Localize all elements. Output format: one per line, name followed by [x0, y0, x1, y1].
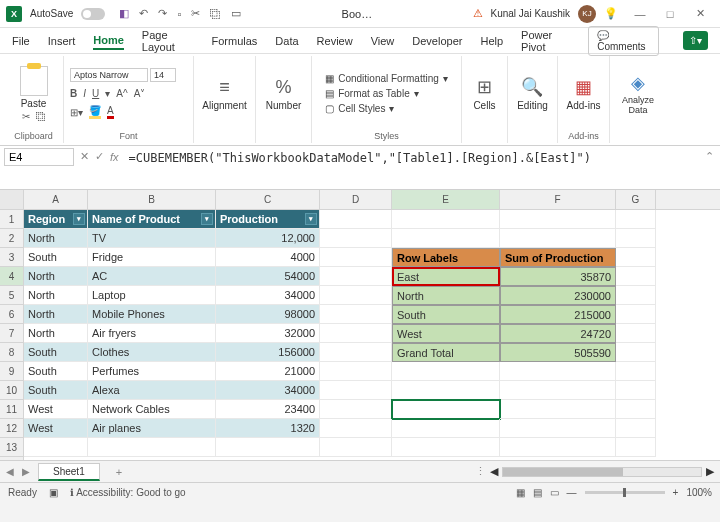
format-as-table-button[interactable]: ▤Format as Table ▾	[325, 88, 419, 99]
comments-button[interactable]: 💬 Comments	[588, 26, 659, 56]
cell[interactable]: Clothes	[88, 343, 216, 362]
col-header[interactable]: E	[392, 190, 500, 209]
cell[interactable]: West	[392, 324, 500, 343]
maximize-button[interactable]: □	[656, 4, 684, 24]
clipboard-cut-icon[interactable]: ✂	[22, 111, 30, 122]
menu-file[interactable]: File	[12, 33, 30, 49]
analyze-label[interactable]: Analyze Data	[616, 96, 660, 116]
cell[interactable]: 12,000	[216, 229, 320, 248]
col-header[interactable]: B	[88, 190, 216, 209]
cell[interactable]: West	[24, 419, 88, 438]
cell[interactable]	[392, 210, 500, 229]
cell[interactable]: Row Labels	[392, 248, 500, 267]
cell-styles-button[interactable]: ▢Cell Styles ▾	[325, 103, 394, 114]
cell[interactable]: AC	[88, 267, 216, 286]
macro-icon[interactable]: ▣	[49, 487, 58, 498]
cell[interactable]: 4000	[216, 248, 320, 267]
cell[interactable]: North	[392, 286, 500, 305]
cell[interactable]	[320, 286, 392, 305]
cell[interactable]: 1320	[216, 419, 320, 438]
cell[interactable]: Fridge	[88, 248, 216, 267]
cell[interactable]	[500, 362, 616, 381]
cell[interactable]	[616, 324, 656, 343]
cell[interactable]: 505590	[500, 343, 616, 362]
cell[interactable]: West	[24, 400, 88, 419]
close-button[interactable]: ✕	[686, 4, 714, 24]
bold-button[interactable]: B	[70, 88, 77, 99]
menu-data[interactable]: Data	[275, 33, 298, 49]
cell[interactable]	[616, 438, 656, 457]
select-all-corner[interactable]	[0, 190, 23, 210]
fill-color-button[interactable]: 🪣	[89, 105, 101, 119]
accessibility-status[interactable]: ℹ Accessibility: Good to go	[70, 487, 186, 498]
menu-insert[interactable]: Insert	[48, 33, 76, 49]
cell[interactable]	[616, 400, 656, 419]
fx-icon[interactable]: fx	[110, 151, 119, 163]
filter-dropdown-icon[interactable]: ▾	[201, 213, 213, 225]
cell[interactable]: 215000	[500, 305, 616, 324]
menu-review[interactable]: Review	[317, 33, 353, 49]
cell[interactable]	[500, 438, 616, 457]
menu-view[interactable]: View	[371, 33, 395, 49]
cell[interactable]: South	[24, 362, 88, 381]
cell[interactable]: Perfumes	[88, 362, 216, 381]
row-header[interactable]: 8	[0, 343, 23, 362]
cell[interactable]	[500, 210, 616, 229]
editing-icon[interactable]: 🔍	[521, 76, 543, 98]
cell[interactable]	[500, 419, 616, 438]
lightbulb-icon[interactable]: 💡	[604, 7, 618, 20]
paste-label[interactable]: Paste	[21, 98, 47, 109]
addins-icon[interactable]: ▦	[575, 76, 592, 98]
tab-nav-next[interactable]: ▶	[22, 466, 30, 477]
cell[interactable]	[392, 438, 500, 457]
cell[interactable]	[616, 210, 656, 229]
number-icon[interactable]: %	[275, 77, 291, 98]
menu-formulas[interactable]: Formulas	[211, 33, 257, 49]
cell[interactable]	[320, 324, 392, 343]
row-header[interactable]: 6	[0, 305, 23, 324]
cell[interactable]: North	[24, 305, 88, 324]
row-header[interactable]: 7	[0, 324, 23, 343]
cell[interactable]	[392, 381, 500, 400]
row-header[interactable]: 3	[0, 248, 23, 267]
cell[interactable]: 34000	[216, 286, 320, 305]
horizontal-scrollbar[interactable]	[502, 467, 702, 477]
col-header[interactable]: G	[616, 190, 656, 209]
conditional-formatting-button[interactable]: ▦Conditional Formatting ▾	[325, 73, 448, 84]
cell[interactable]	[392, 362, 500, 381]
row-header[interactable]: 9	[0, 362, 23, 381]
cell[interactable]: South	[24, 248, 88, 267]
scroll-right-icon[interactable]: ▶	[706, 465, 714, 478]
row-header[interactable]: 11	[0, 400, 23, 419]
cell[interactable]: Name of Product▾	[88, 210, 216, 229]
cell[interactable]: 24720	[500, 324, 616, 343]
cut-icon[interactable]: ✂	[191, 7, 200, 20]
cell[interactable]	[320, 400, 392, 419]
cell[interactable]	[392, 400, 500, 419]
undo-icon[interactable]: ↶	[139, 7, 148, 20]
user-avatar[interactable]: KJ	[578, 5, 596, 23]
cell[interactable]	[320, 229, 392, 248]
addins-label[interactable]: Add-ins	[567, 100, 601, 111]
cell[interactable]	[616, 267, 656, 286]
new-sheet-button[interactable]: +	[108, 466, 130, 478]
menu-developer[interactable]: Developer	[412, 33, 462, 49]
cell[interactable]	[616, 362, 656, 381]
alignment-label[interactable]: Alignment	[202, 100, 246, 111]
cell[interactable]	[320, 343, 392, 362]
cells-icon[interactable]: ⊞	[477, 76, 492, 98]
cancel-formula-icon[interactable]: ✕	[80, 150, 89, 163]
cell[interactable]	[320, 438, 392, 457]
cell[interactable]: Alexa	[88, 381, 216, 400]
font-size-select[interactable]: 14	[150, 68, 176, 82]
save-icon[interactable]: ◧	[119, 7, 129, 20]
cell[interactable]: Air fryers	[88, 324, 216, 343]
cell[interactable]: North	[24, 229, 88, 248]
cell[interactable]	[392, 229, 500, 248]
autosave-toggle[interactable]: AutoSave	[30, 8, 109, 20]
cell[interactable]	[500, 229, 616, 248]
minimize-button[interactable]: —	[626, 4, 654, 24]
filter-dropdown-icon[interactable]: ▾	[305, 213, 317, 225]
row-header[interactable]: 5	[0, 286, 23, 305]
view-normal-icon[interactable]: ▦	[516, 487, 525, 498]
